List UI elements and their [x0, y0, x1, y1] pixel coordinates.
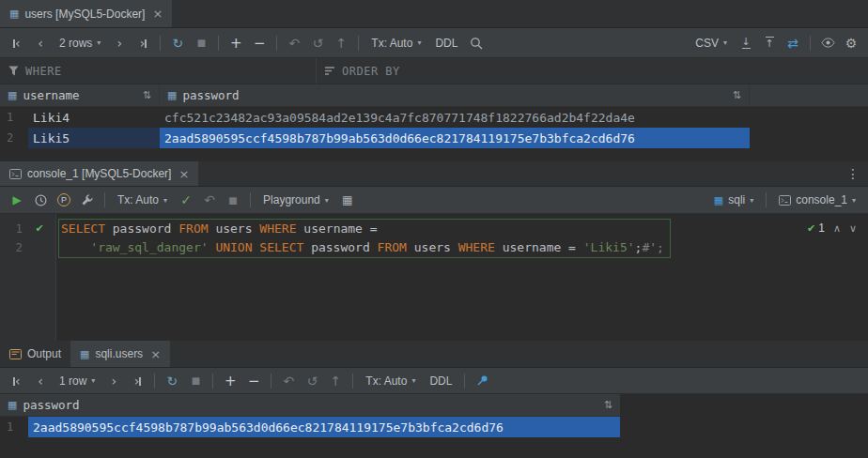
sql-editor[interactable]: 1 ✔ 2 SELECT password FROM users WHERE u…	[0, 214, 868, 341]
schema-label: sqli	[728, 193, 745, 206]
next-page-icon: ›	[112, 374, 117, 389]
export-data-button[interactable]: ↓	[735, 33, 757, 53]
undo-icon: ↺	[306, 374, 318, 389]
editor-tab-label: users [MySQL5-Docker]	[24, 8, 145, 21]
console-session-dropdown[interactable]: console_1▾	[772, 190, 862, 210]
previous-page-button[interactable]: ‹	[29, 371, 52, 391]
playground-dropdown[interactable]: Playground▾	[256, 190, 335, 210]
column-header-password[interactable]: ▦ password ⇅	[160, 84, 750, 106]
stop-button[interactable]: ■	[190, 33, 212, 53]
results-in-editor-button[interactable]: ▦	[336, 190, 359, 210]
tab-sqli-users-label: sqli.users	[95, 347, 143, 360]
schema-icon: ▦	[714, 194, 723, 206]
search-button[interactable]	[465, 33, 488, 53]
undo-button[interactable]: ↺	[306, 33, 329, 53]
delete-row-button[interactable]: −	[242, 371, 265, 391]
column-sort-icon[interactable]: ⇅	[604, 399, 612, 411]
submit-button[interactable]: ↑	[324, 371, 347, 391]
first-page-button[interactable]: ‹	[6, 371, 28, 391]
previous-page-icon: ‹	[38, 374, 43, 389]
reload-icon: ↻	[166, 374, 178, 389]
previous-page-button[interactable]: ‹	[29, 33, 52, 53]
table-row-selected[interactable]: 2 Liki5 2aad5890595ccf4598b787b99ab563d0…	[0, 128, 868, 148]
page-size-dropdown[interactable]: 1 row▾	[53, 371, 101, 391]
pin-tab-button[interactable]	[471, 371, 493, 391]
separator	[464, 374, 465, 389]
order-by-filter-input[interactable]: ORDER BY	[317, 58, 409, 84]
import-data-button[interactable]: ↑	[758, 33, 781, 53]
stop-button[interactable]: ■	[184, 371, 207, 391]
stop-button[interactable]: ■	[222, 190, 244, 210]
column-sort-icon[interactable]: ⇅	[733, 89, 741, 101]
ddl-button[interactable]: DDL	[428, 33, 464, 53]
reload-data-button[interactable]: ↻	[166, 33, 189, 53]
last-page-button[interactable]: ›	[126, 371, 148, 391]
table-icon: ▦	[167, 89, 177, 101]
cell-password-selected[interactable]: 2aad5890595ccf4598b787b99ab563d0d66ec821…	[28, 417, 620, 437]
sync-button[interactable]: ⇄	[782, 33, 804, 53]
cell-username[interactable]: Liki4	[28, 107, 160, 128]
tx-mode-label: Tx: Auto	[117, 193, 159, 206]
column-header-username[interactable]: ▦ username ⇅	[0, 84, 160, 106]
cell-password[interactable]: cfc521c23482ac93a09584ad2e139c4a7fc87077…	[160, 107, 750, 128]
editor-tab-users[interactable]: ▦ users [MySQL5-Docker] ×	[0, 0, 172, 27]
first-page-button[interactable]: ‹	[6, 33, 28, 53]
revert-changes-button[interactable]: ↶	[283, 33, 305, 53]
revert-changes-button[interactable]: ↶	[277, 371, 300, 391]
tx-mode-dropdown[interactable]: Tx: Auto▾	[359, 371, 422, 391]
tx-mode-dropdown[interactable]: Tx: Auto▾	[364, 33, 427, 53]
separator	[766, 192, 767, 207]
add-row-button[interactable]: +	[219, 371, 241, 391]
column-header-password[interactable]: ▦ password ⇅	[0, 394, 620, 416]
code-line[interactable]: SELECT password FROM users WHERE usernam…	[61, 220, 664, 238]
view-options-button[interactable]	[816, 33, 839, 53]
schema-dropdown[interactable]: ▦sqli▾	[707, 190, 760, 210]
console-settings-button[interactable]	[76, 190, 99, 210]
code-line[interactable]: 'raw_sql_danger' UNION SELECT password F…	[61, 238, 664, 257]
last-page-icon: ›	[134, 374, 141, 389]
next-page-button[interactable]: ›	[108, 33, 131, 53]
first-page-icon: ‹	[13, 374, 20, 389]
last-page-icon: ›	[140, 36, 147, 51]
last-page-button[interactable]: ›	[132, 33, 154, 53]
tab-sqli-users[interactable]: ▦ sqli.users ×	[70, 341, 170, 367]
delete-row-button[interactable]: −	[248, 33, 271, 53]
extractor-format-dropdown[interactable]: CSV▾	[689, 33, 734, 53]
submit-button[interactable]: ↑	[330, 33, 352, 53]
code-area[interactable]: SELECT password FROM users WHERE usernam…	[56, 214, 671, 341]
more-options-button[interactable]: ⋮	[842, 163, 864, 184]
column-sort-icon[interactable]: ⇅	[143, 89, 151, 101]
sql-statement-box[interactable]: SELECT password FROM users WHERE usernam…	[58, 219, 671, 258]
undo-button[interactable]: ↺	[301, 371, 323, 391]
next-occurrence-button[interactable]: ∨	[849, 222, 857, 235]
close-icon[interactable]: ×	[152, 7, 163, 21]
reload-data-button[interactable]: ↻	[161, 371, 183, 391]
table-row[interactable]: 1 Liki4 cfc521c23482ac93a09584ad2e139c4a…	[0, 107, 868, 128]
settings-button[interactable]: ⚙	[840, 33, 862, 53]
tx-mode-label: Tx: Auto	[365, 374, 407, 388]
parameters-button[interactable]: P	[53, 190, 75, 210]
console-icon	[779, 195, 791, 206]
run-button[interactable]: ▶	[6, 190, 28, 210]
next-page-button[interactable]: ›	[102, 371, 125, 391]
close-icon[interactable]: ×	[150, 347, 161, 361]
console-tab[interactable]: console_1 [MySQL5-Docker] ×	[0, 161, 198, 186]
add-row-button[interactable]: +	[225, 33, 247, 53]
column-name: password	[23, 398, 79, 412]
close-icon[interactable]: ×	[178, 167, 189, 181]
cell-password-selected[interactable]: 2aad5890595ccf4598b787b99ab563d0d66ec821…	[160, 128, 750, 148]
tab-output[interactable]: Output	[0, 341, 70, 367]
result-row-selected[interactable]: 1 2aad5890595ccf4598b787b99ab563d0d66ec8…	[0, 417, 868, 437]
rollback-button[interactable]: ↶	[198, 190, 221, 210]
cell-username[interactable]: Liki5	[28, 128, 160, 148]
previous-occurrence-button[interactable]: ∧	[833, 222, 841, 235]
where-filter-input[interactable]: WHERE	[0, 58, 317, 84]
row-number: 2	[0, 128, 28, 148]
commit-button[interactable]: ✓	[175, 190, 197, 210]
tx-mode-dropdown[interactable]: Tx: Auto▾	[111, 190, 174, 210]
ddl-button[interactable]: DDL	[423, 371, 458, 391]
page-size-dropdown[interactable]: 2 rows▾	[53, 33, 107, 53]
query-history-button[interactable]	[29, 190, 52, 210]
table-icon: ▦	[80, 348, 89, 360]
header-filler	[750, 84, 868, 106]
